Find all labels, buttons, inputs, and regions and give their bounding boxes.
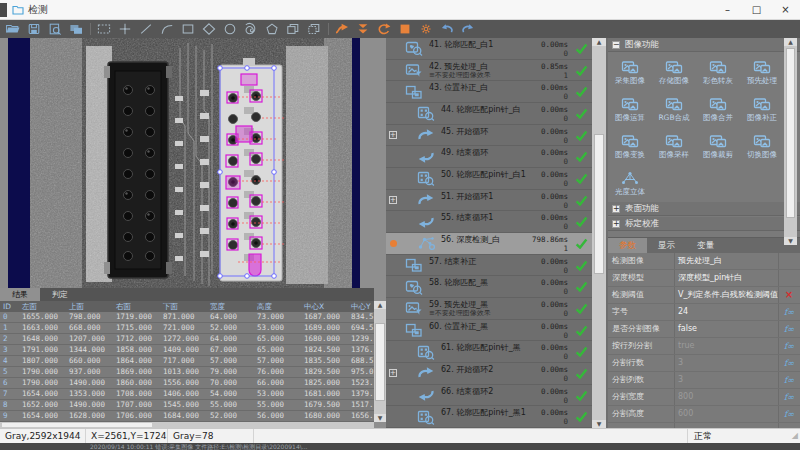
step-row[interactable]: 49. 结束循环0.00ms0	[386, 146, 592, 168]
step-row[interactable]: 55. 结束循环10.00ms0	[386, 211, 592, 233]
table-row[interactable]: 51790.000937.0001869.0001013.00079.00076…	[0, 367, 374, 378]
step-row[interactable]: 56. 深度检测_白798.86ms1	[386, 233, 592, 255]
section-image-functions[interactable]: − 图像功能	[608, 38, 800, 52]
step-row[interactable]: 41. 轮廓匹配_白10.00ms0	[386, 38, 592, 60]
step-row[interactable]: 44. 轮廓匹配pin针_白0.00ms0	[386, 103, 592, 125]
palette-item-图像补正[interactable]: 图像补正	[740, 90, 784, 127]
step-row[interactable]: 50. 轮廓匹配pin针_白10.00ms0	[386, 168, 592, 190]
step-list-vscrollbar[interactable]: ▲ ▼	[592, 38, 606, 428]
param-value[interactable]: true	[674, 338, 778, 354]
redo-icon[interactable]	[460, 22, 476, 36]
param-value[interactable]: 3	[674, 355, 778, 371]
step-row[interactable]: +45. 开始循环0.00ms0	[386, 125, 592, 147]
paste-shape-icon[interactable]	[306, 22, 322, 36]
spiral-icon[interactable]	[243, 22, 259, 36]
line-icon[interactable]	[138, 22, 154, 36]
palette-item-图像合并[interactable]: 图像合并	[696, 90, 740, 127]
close-button[interactable]: ×	[771, 0, 800, 19]
table-row[interactable]: 91654.0001628.0001706.0001684.00052.0005…	[0, 411, 374, 422]
table-row[interactable]: 21648.0001207.0001712.0001272.00064.0006…	[0, 334, 374, 345]
formula-icon[interactable]: f∞	[778, 321, 800, 337]
diamond-icon[interactable]	[201, 22, 217, 36]
param-tab-变量[interactable]: 变量	[686, 238, 725, 253]
stop-icon[interactable]	[397, 22, 413, 36]
formula-icon[interactable]: f∞	[778, 372, 800, 388]
region-select-icon[interactable]	[96, 22, 112, 36]
palette-vscrollbar[interactable]: ▲ ▼	[784, 38, 797, 245]
step-row[interactable]: 60. 位置补正_黑0.00ms0	[386, 320, 592, 342]
palette-item-RGB合成[interactable]: RGB合成	[652, 90, 696, 127]
step-row[interactable]: 66. 结束循环20.00ms0	[386, 385, 592, 407]
scroll-up-icon[interactable]: ▲	[784, 38, 797, 46]
formula-icon[interactable]: f∞	[778, 406, 800, 422]
result-tab-结果[interactable]: 结果	[0, 288, 40, 301]
expand-icon[interactable]: +	[389, 196, 397, 204]
run-icon[interactable]	[334, 22, 350, 36]
param-value[interactable]: 深度模型_pin针白	[674, 270, 778, 286]
crosshair-icon[interactable]	[117, 22, 133, 36]
param-value[interactable]: 800	[674, 389, 778, 405]
table-row[interactable]: 31791.0001344.0001858.0001409.00067.0006…	[0, 345, 374, 356]
table-row[interactable]: 11663.000668.0001715.000721.00052.00053.…	[0, 323, 374, 334]
scroll-down-icon[interactable]: ▼	[374, 414, 386, 422]
arc-icon[interactable]	[159, 22, 175, 36]
param-tab-显示[interactable]: 显示	[647, 238, 686, 253]
palette-item-图像采样[interactable]: 图像采样	[652, 127, 696, 164]
minimize-button[interactable]: –	[713, 0, 742, 19]
table-row[interactable]: 61790.0001490.0001860.0001556.00070.0006…	[0, 378, 374, 389]
image-canvas[interactable]	[8, 38, 360, 288]
expand-icon[interactable]: +	[389, 369, 397, 377]
expand-icon[interactable]: +	[612, 220, 620, 228]
param-value[interactable]: 预先处理_白	[674, 253, 778, 269]
param-value[interactable]: false	[674, 321, 778, 337]
clear-value-icon[interactable]: ×	[778, 287, 800, 303]
table-row[interactable]: 71654.0001353.0001708.0001406.00054.0005…	[0, 389, 374, 400]
table-row[interactable]: 41807.000660.0001864.000717.00057.00057.…	[0, 356, 374, 367]
formula-icon[interactable]: f∞	[778, 389, 800, 405]
scroll-down-icon[interactable]: ▼	[784, 237, 797, 245]
step-row[interactable]: 58. 轮廓匹配_黑0.00ms0	[386, 276, 592, 298]
step-row[interactable]: 59. 预先处理_黑0.00ms≡不要处理图像效果0	[386, 298, 592, 320]
step-row[interactable]: 43. 位置补正_白0.00ms0	[386, 81, 592, 103]
expand-icon[interactable]: +	[612, 205, 620, 213]
param-value[interactable]: 3	[674, 372, 778, 388]
rectangle-icon[interactable]	[180, 22, 196, 36]
formula-icon[interactable]: f∞	[778, 338, 800, 354]
open-folder-icon[interactable]	[5, 22, 21, 36]
step-down-icon[interactable]	[355, 22, 371, 36]
result-tab-判定[interactable]: 判定	[40, 288, 80, 301]
palette-item-预先处理[interactable]: 预先处理	[740, 53, 784, 90]
table-row[interactable]: 81652.0001490.0001707.0001545.00055.0005…	[0, 400, 374, 411]
resize-grip[interactable]: ◢	[786, 429, 800, 443]
images-icon[interactable]	[68, 22, 84, 36]
settings-icon[interactable]	[418, 22, 434, 36]
expand-icon[interactable]: +	[389, 131, 397, 139]
palette-item-采集图像[interactable]: 采集图像	[608, 53, 652, 90]
param-tab-参数[interactable]: 参数	[608, 238, 647, 253]
result-table-vscrollbar[interactable]: ▲ ▼	[374, 301, 386, 422]
param-value[interactable]: 600	[674, 406, 778, 422]
circle-icon[interactable]	[222, 22, 238, 36]
step-row[interactable]: +51. 开始循环10.00ms0	[386, 190, 592, 212]
scroll-up-icon[interactable]: ▲	[592, 38, 606, 46]
step-row[interactable]: 61. 轮廓匹配pin针_黑0.00ms0	[386, 341, 592, 363]
section-surface-functions[interactable]: + 表面功能	[608, 202, 800, 216]
copy-shape-icon[interactable]	[285, 22, 301, 36]
collapse-icon[interactable]: −	[612, 41, 620, 49]
scroll-up-icon[interactable]: ▲	[374, 301, 386, 309]
formula-icon[interactable]: f∞	[778, 304, 800, 320]
maximize-button[interactable]: □	[742, 0, 771, 19]
preview-icon[interactable]	[47, 22, 63, 36]
step-row[interactable]: 42. 预先处理_白0.85ms≡不要处理图像效果1	[386, 60, 592, 82]
step-row[interactable]: 67. 轮廓匹配pin针_黑10.00ms0	[386, 406, 592, 428]
palette-item-图像变换[interactable]: 图像变换	[608, 127, 652, 164]
formula-icon[interactable]: f∞	[778, 355, 800, 371]
palette-item-光度立体[interactable]: 光度立体	[608, 164, 652, 201]
palette-item-切换图像[interactable]: 切换图像	[740, 127, 784, 164]
table-row[interactable]: 01655.000798.0001719.000871.00064.00073.…	[0, 312, 374, 323]
polygon-icon[interactable]	[264, 22, 280, 36]
loop-run-icon[interactable]	[376, 22, 392, 36]
param-value[interactable]: V_判定条件.白残胶检测阈值	[674, 287, 778, 303]
step-row[interactable]: 57. 结束补正0.00ms0	[386, 255, 592, 277]
scroll-down-icon[interactable]: ▼	[592, 420, 606, 428]
